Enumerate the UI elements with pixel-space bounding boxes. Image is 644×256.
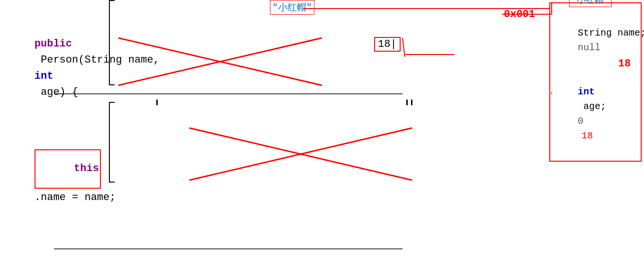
- left-bracket-1: [109, 0, 115, 85]
- svg-line-6: [402, 38, 405, 57]
- code-area: public Person(String name, int age) { th…: [9, 4, 266, 256]
- code-line-2: this .name = name;: [9, 117, 266, 222]
- kw-public-1: public: [35, 38, 72, 50]
- code-line-1: public Person(String name, int age) {: [9, 4, 266, 117]
- svg-rect-10: [411, 100, 412, 105]
- string-label-center: "小红帽": [270, 0, 314, 15]
- left-bracket-2: [109, 102, 115, 183]
- code-line-3: this .age = age;: [9, 222, 266, 256]
- val-18-memory: 18: [618, 58, 631, 70]
- this-keyword-1: this: [35, 149, 101, 189]
- memory-str-label: "小红帽": [569, 0, 612, 7]
- svg-rect-9: [406, 100, 408, 105]
- memory-age-field: int age; 0 18: [555, 70, 636, 158]
- address-label: 0x001: [504, 9, 535, 20]
- kw-int-1: int: [35, 70, 54, 82]
- memory-box: "小红帽" String name; null int age; 0 18: [549, 2, 642, 162]
- val-18-top: 18|: [374, 37, 401, 52]
